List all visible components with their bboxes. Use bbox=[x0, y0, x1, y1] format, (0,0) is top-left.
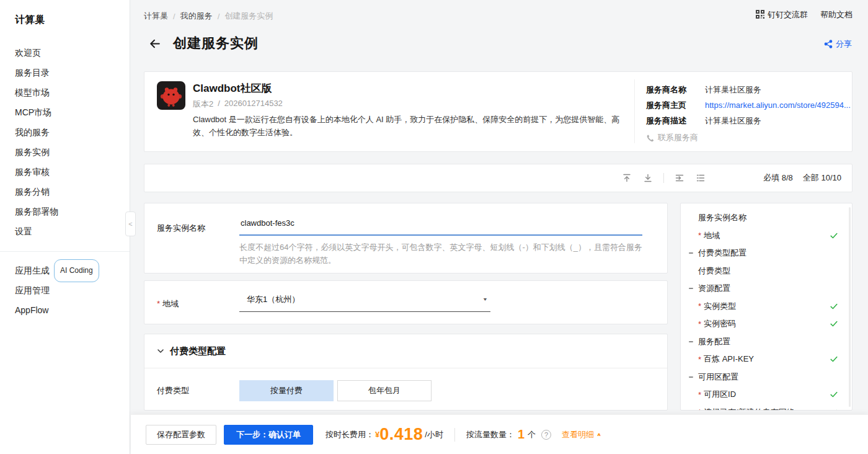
breadcrumb-my-services[interactable]: 我的服务 bbox=[180, 11, 213, 22]
breadcrumb-separator: / bbox=[218, 12, 220, 21]
payment-option-subscription[interactable]: 包年包月 bbox=[337, 380, 432, 401]
outline-label: 实例密码 bbox=[704, 318, 736, 329]
payment-section-title: 付费类型配置 bbox=[170, 345, 226, 357]
all-count: 全部 10/10 bbox=[803, 172, 841, 184]
sidebar-nav: 欢迎页 服务目录 模型市场 MCP市场 我的服务 服务实例 服务审核 服务分销 … bbox=[0, 32, 130, 241]
service-logo bbox=[157, 81, 185, 110]
service-name: Clawdbot社区版 bbox=[193, 81, 272, 96]
share-label: 分享 bbox=[836, 38, 852, 50]
view-detail-label: 查看明细 bbox=[562, 429, 594, 440]
outline-item-az-id[interactable]: *可用区ID bbox=[681, 386, 852, 404]
payment-section-header[interactable]: 付费类型配置 bbox=[144, 334, 667, 368]
view-detail-link[interactable]: 查看明细 ∧ bbox=[562, 429, 601, 440]
page-title-row: 创建服务实例 bbox=[147, 34, 259, 53]
instance-name-helper: 长度不超过64个字符，必须以英文字母开头，可包含数字、英文字母、短划线（-）和下… bbox=[239, 241, 649, 267]
region-label-wrap: *地域 bbox=[157, 298, 179, 309]
outline-label: 服务配置 bbox=[698, 336, 730, 347]
outline-item-instance-password[interactable]: *实例密码 bbox=[681, 315, 852, 333]
provider-description-value: 计算巢社区服务 bbox=[705, 115, 761, 127]
breadcrumb-separator: / bbox=[173, 12, 175, 21]
outline-label: 选择已有/新建的专有网络 bbox=[704, 407, 795, 411]
provider-info: 服务商名称 计算巢社区服务 服务商主页 https://market.aliyu… bbox=[634, 79, 851, 143]
outline-group-service-config[interactable]: 服务配置 bbox=[681, 333, 852, 351]
dingtalk-group-link[interactable]: 钉钉交流群 bbox=[756, 9, 808, 20]
sidebar-item-service-review[interactable]: 服务审核 bbox=[0, 162, 130, 182]
traffic-label: 按流量数量： bbox=[466, 429, 515, 440]
scroll-to-bottom-icon[interactable] bbox=[642, 172, 653, 184]
instance-name-card: 服务实例名称 长度不超过64个字符，必须以英文字母开头，可包含数字、英文字母、短… bbox=[144, 203, 668, 274]
sidebar-item-settings[interactable]: 设置 bbox=[0, 221, 130, 241]
provider-homepage-link[interactable]: https://market.aliyun.com/store/492594..… bbox=[705, 100, 851, 110]
outline-scrollbar[interactable] bbox=[849, 207, 851, 407]
region-select[interactable]: 华东1（杭州） ▼ bbox=[239, 290, 490, 312]
chevron-down-icon bbox=[157, 347, 164, 355]
sidebar-item-service-distribution[interactable]: 服务分销 bbox=[0, 182, 130, 202]
sidebar-item-appflow[interactable]: AppFlow bbox=[0, 300, 130, 320]
outline-list-icon[interactable] bbox=[695, 172, 706, 184]
outline-item-bailian-api-key[interactable]: *百炼 API-KEY bbox=[681, 350, 852, 368]
outline-item-service-instance-name[interactable]: 服务实例名称 bbox=[681, 209, 852, 227]
help-doc-link[interactable]: 帮助文档 bbox=[820, 9, 852, 20]
collapse-dash-icon bbox=[689, 376, 693, 378]
app-generation-label: 应用生成 bbox=[15, 260, 50, 280]
outline-group-payment-type-config[interactable]: 付费类型配置 bbox=[681, 244, 852, 262]
next-step-button[interactable]: 下一步：确认订单 bbox=[224, 425, 313, 445]
question-circle-icon[interactable]: ? bbox=[541, 430, 551, 440]
contact-provider-button[interactable]: 联系服务商 bbox=[646, 132, 851, 143]
footer-divider bbox=[454, 428, 455, 442]
outline-list: 服务实例名称 *地域 付费类型配置 付费类型 资源配置 *实例类型 *实例密码 bbox=[681, 203, 852, 411]
payment-option-payg[interactable]: 按量付费 bbox=[239, 380, 334, 401]
required-marker: * bbox=[698, 355, 701, 364]
share-icon bbox=[824, 40, 833, 48]
outline-label: 可用区ID bbox=[704, 389, 736, 400]
outline-group-resource-config[interactable]: 资源配置 bbox=[681, 280, 852, 298]
provider-description-row: 服务商描述 计算巢社区服务 bbox=[646, 113, 851, 128]
payment-config-card: 付费类型配置 付费类型 按量付费 包年包月 bbox=[144, 334, 668, 411]
sidebar-item-mcp-market[interactable]: MCP市场 bbox=[0, 102, 130, 122]
traffic-unit: 个 bbox=[528, 429, 536, 440]
required-marker: * bbox=[698, 390, 701, 399]
sidebar-item-app-generation[interactable]: 应用生成 AI Coding bbox=[0, 260, 130, 280]
scroll-to-top-icon[interactable] bbox=[621, 172, 632, 184]
service-description: Clawdbot 是一款运行在您自有设备上的本地化个人 AI 助手，致力于在保护… bbox=[193, 113, 627, 139]
phone-icon bbox=[646, 134, 654, 142]
hourly-price: 0.418 bbox=[379, 425, 423, 444]
collapse-panel-icon[interactable] bbox=[674, 172, 685, 184]
provider-name-value: 计算巢社区服务 bbox=[705, 84, 761, 96]
sidebar-item-app-management[interactable]: 应用管理 bbox=[0, 280, 130, 300]
sidebar-item-service-instances[interactable]: 服务实例 bbox=[0, 142, 130, 162]
provider-homepage-label: 服务商主页 bbox=[646, 100, 705, 111]
breadcrumb-home[interactable]: 计算巢 bbox=[144, 11, 168, 22]
share-button[interactable]: 分享 bbox=[824, 38, 852, 50]
traffic-value: 1 bbox=[518, 427, 525, 442]
sidebar-item-service-artifacts[interactable]: 服务部署物 bbox=[0, 202, 130, 221]
page-title: 创建服务实例 bbox=[173, 34, 259, 53]
check-icon bbox=[830, 355, 838, 363]
sidebar-item-welcome[interactable]: 欢迎页 bbox=[0, 43, 130, 63]
outline-item-payment-type[interactable]: 付费类型 bbox=[681, 262, 852, 280]
breadcrumb-current: 创建服务实例 bbox=[224, 11, 273, 22]
save-config-button[interactable]: 保存配置参数 bbox=[146, 425, 216, 445]
instance-name-input[interactable] bbox=[239, 215, 642, 236]
caret-up-icon: ∧ bbox=[596, 432, 601, 437]
sidebar-collapse-handle[interactable]: < bbox=[125, 211, 136, 236]
outline-group-az-config[interactable]: 可用区配置 bbox=[681, 368, 852, 386]
outline-item-instance-type[interactable]: *实例类型 bbox=[681, 298, 852, 316]
payment-options: 按量付费 包年包月 bbox=[239, 380, 432, 401]
outline-label: 百炼 API-KEY bbox=[704, 354, 754, 365]
sidebar-item-model-market[interactable]: 模型市场 bbox=[0, 82, 130, 102]
sidebar-item-my-services[interactable]: 我的服务 bbox=[0, 122, 130, 142]
outline-item-vpc-select[interactable]: *选择已有/新建的专有网络 bbox=[681, 404, 852, 411]
hourly-fee-label: 按时长费用： bbox=[326, 429, 374, 440]
service-version-label: 版本2 bbox=[193, 99, 213, 110]
qrcode-icon bbox=[756, 10, 764, 20]
footer-bar: 保存配置参数 下一步：确认订单 按时长费用： ¥ 0.418 /小时 按流量数量… bbox=[131, 414, 868, 454]
check-icon bbox=[830, 231, 838, 240]
toolbar-divider bbox=[663, 173, 664, 183]
sidebar-item-service-catalog[interactable]: 服务目录 bbox=[0, 63, 130, 82]
back-button[interactable] bbox=[147, 36, 162, 51]
required-marker: * bbox=[698, 319, 701, 329]
outline-item-region[interactable]: *地域 bbox=[681, 227, 852, 245]
required-marker: * bbox=[157, 299, 160, 308]
sidebar-divider bbox=[0, 251, 130, 252]
